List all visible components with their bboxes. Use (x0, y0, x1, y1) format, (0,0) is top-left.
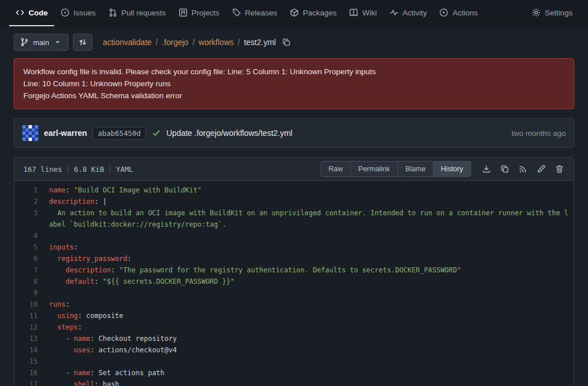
code-token (49, 312, 57, 320)
code-token: : (66, 300, 70, 308)
code-line: 6 registry_password: (14, 253, 574, 264)
tab-label: Settings (545, 9, 573, 17)
code-token: - (49, 369, 74, 377)
tab-packages[interactable]: Packages (283, 0, 343, 26)
projects-icon (179, 8, 188, 17)
edit-button[interactable] (533, 160, 550, 178)
line-number[interactable]: 17 (14, 379, 38, 386)
avatar[interactable] (22, 125, 38, 141)
view-button-permalink[interactable]: Permalink (350, 161, 398, 177)
code-line: 10runs: (14, 299, 574, 310)
code-token: name (74, 369, 90, 377)
branch-name: main (33, 38, 49, 47)
line-content: description: | (38, 196, 574, 207)
code-token: : (94, 198, 98, 206)
view-button-history[interactable]: History (433, 161, 471, 177)
code-line: 11 using: composite (14, 310, 574, 321)
line-number[interactable]: 1 (14, 184, 38, 196)
code-token: Set actions path (95, 369, 165, 377)
line-content: steps: (38, 321, 574, 333)
breadcrumb-link[interactable]: actionvalidate (103, 38, 152, 47)
tab-pull-requests[interactable]: Pull requests (102, 0, 172, 26)
code-line: 8 default: "${{ secrets.DOCKER_PASSWORD … (14, 276, 574, 287)
commit-status-check-icon[interactable] (152, 128, 161, 138)
breadcrumb-link[interactable]: .forgejo (162, 38, 189, 47)
line-number[interactable]: 12 (14, 321, 38, 333)
line-number[interactable]: 9 (14, 287, 38, 299)
breadcrumb-link[interactable]: workflows (198, 38, 233, 47)
tab-issues[interactable]: Issues (54, 0, 102, 26)
code-token: : (90, 369, 94, 377)
code-token: registry_password (57, 255, 127, 263)
line-number[interactable]: 10 (14, 299, 38, 310)
tab-wiki[interactable]: Wiki (343, 0, 383, 26)
tab-releases[interactable]: Releases (226, 0, 283, 26)
git-branch-icon (20, 38, 29, 47)
code-token (49, 266, 66, 274)
code-line: 12 steps: (14, 321, 574, 333)
line-content: inputs: (38, 242, 574, 253)
line-number[interactable]: 7 (14, 264, 38, 276)
file-info: 167 lines 6.8 KiB YAML (23, 165, 133, 174)
line-number[interactable]: 4 (14, 230, 38, 242)
line-number[interactable]: 16 (14, 367, 38, 379)
branch-selector[interactable]: main (14, 34, 68, 51)
repo-tabs-right: Settings (525, 0, 579, 26)
code-token: name (74, 335, 90, 343)
pull-request-icon (108, 8, 117, 17)
line-content (38, 356, 574, 367)
play-circle-icon (439, 8, 448, 17)
line-number[interactable]: 5 (14, 242, 38, 253)
code-token: : (94, 278, 98, 286)
code-token: "${{ secrets.DOCKER_PASSWORD }}" (103, 278, 234, 286)
tab-label: Actions (452, 9, 477, 17)
package-icon (290, 8, 299, 17)
edit-icon (537, 164, 546, 174)
tab-activity[interactable]: Activity (383, 0, 433, 26)
download-button[interactable] (478, 160, 495, 178)
tab-actions[interactable]: Actions (433, 0, 484, 26)
copy-content-button[interactable] (496, 160, 513, 178)
file-line-count: 167 lines (23, 165, 62, 174)
delete-button[interactable] (551, 160, 568, 178)
code-token: using (57, 312, 78, 320)
file-view: 167 lines 6.8 KiB YAML RawPermalinkBlame… (14, 157, 574, 386)
line-number[interactable]: 2 (14, 196, 38, 207)
commit-message[interactable]: Update .forgejo/workflows/test2.yml (167, 128, 293, 138)
tab-projects[interactable]: Projects (172, 0, 226, 26)
commit-sha-badge[interactable]: abab65450d (92, 127, 145, 140)
code-line: 7 description: "The password for the reg… (14, 264, 574, 276)
tab-label: Wiki (362, 9, 377, 17)
code-line: 4 (14, 230, 574, 242)
code-line: 17 shell: bash (14, 379, 574, 386)
code-token: steps (57, 323, 78, 331)
copy-path-icon[interactable] (282, 38, 291, 47)
code-token: | (99, 198, 107, 206)
line-content: registry_password: (38, 253, 574, 264)
rss-button[interactable] (514, 160, 532, 178)
commit-author[interactable]: earl-warren (44, 128, 87, 138)
delete-icon (555, 164, 564, 174)
line-number[interactable]: 14 (14, 344, 38, 356)
line-number[interactable]: 6 (14, 253, 38, 264)
tab-code[interactable]: Code (9, 0, 54, 26)
line-number[interactable]: 11 (14, 310, 38, 321)
tab-settings[interactable]: Settings (525, 0, 579, 26)
tag-icon (232, 8, 241, 17)
tab-label: Pull requests (121, 9, 166, 17)
line-number[interactable]: 15 (14, 356, 38, 367)
line-number[interactable]: 8 (14, 276, 38, 287)
view-button-blame[interactable]: Blame (398, 161, 433, 177)
download-icon (482, 164, 491, 174)
line-number[interactable]: 13 (14, 333, 38, 344)
code-token: bash (99, 380, 119, 386)
line-number[interactable]: 3 (14, 207, 38, 230)
line-content: runs: (38, 299, 574, 310)
tab-label: Releases (245, 9, 277, 17)
code-token (99, 278, 103, 286)
error-line: Line: 10 Column 1: Unknown Property runs (23, 78, 565, 90)
repo-content: main actionvalidate/.forgejo/workflows/t… (0, 34, 588, 386)
view-button-raw[interactable]: Raw (321, 161, 351, 177)
compare-button[interactable] (73, 34, 92, 51)
code-icon (15, 8, 25, 17)
